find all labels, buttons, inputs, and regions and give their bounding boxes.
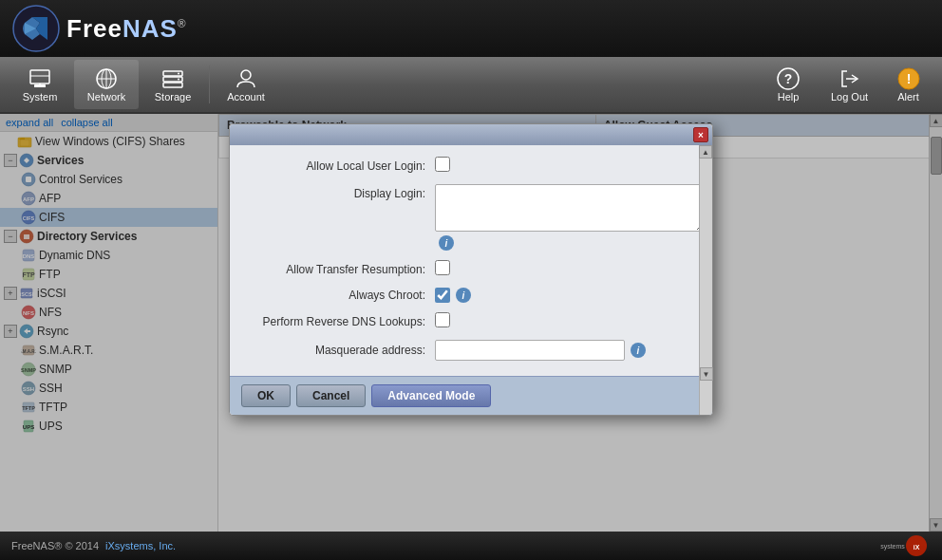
dialog: × ▲ Allow Local User Login: Display Logi… [229,123,713,416]
freenas-logo-icon [11,4,61,53]
control-reverse-dns [435,312,450,330]
footer-copyright: FreeNAS® © 2014 iXsystems, Inc. [11,540,176,551]
nav-item-help[interactable]: ? Help [760,60,817,109]
label-reverse-dns: Perform Reverse DNS Lookups: [245,315,435,328]
network-icon [94,66,119,91]
footer-ixsystems-logo: iX systems [864,534,931,557]
svg-point-12 [178,73,179,75]
checkbox-chroot[interactable] [435,288,450,303]
nav-separator-1 [209,65,210,103]
nav-storage-label: Storage [155,91,192,103]
control-masquerade: i [435,340,646,361]
alert-icon: ! [896,66,921,91]
navbar: System Network Storage Account [0,57,942,114]
dialog-close-button[interactable]: × [693,127,708,142]
form-row-transfer: Allow Transfer Resumption: [245,260,693,278]
cancel-button[interactable]: Cancel [296,384,366,407]
display-login-info-icon[interactable]: i [439,235,454,251]
display-login-info-row: i [245,235,693,251]
checkbox-reverse-dns[interactable] [435,312,450,327]
logo: FreeNAS® [11,4,187,53]
form-row-allow-local: Allow Local User Login: [245,157,693,175]
form-row-chroot: Always Chroot: i [245,288,693,303]
svg-point-13 [178,79,179,81]
svg-text:systems: systems [880,543,905,551]
storage-icon [160,66,185,91]
label-display-login: Display Login: [245,184,435,200]
help-icon: ? [776,66,801,91]
nav-item-system[interactable]: System [8,60,72,109]
label-chroot: Always Chroot: [245,289,435,302]
form-row-reverse-dns: Perform Reverse DNS Lookups: [245,312,693,330]
app-header: FreeNAS® [0,0,942,57]
dialog-titlebar: × [230,124,712,145]
chroot-info-icon[interactable]: i [456,288,471,303]
svg-text:iX: iX [914,544,920,551]
logout-icon [838,66,862,91]
system-icon [28,66,52,91]
advanced-mode-button[interactable]: Advanced Mode [371,384,491,407]
nav-item-logout[interactable]: Log Out [819,60,880,109]
nav-help-label: Help [778,91,800,103]
footer: FreeNAS® © 2014 iXsystems, Inc. iX syste… [0,532,942,560]
nav-logout-label: Log Out [831,91,868,103]
svg-rect-11 [163,83,182,87]
dialog-footer: OK Cancel Advanced Mode [230,376,712,415]
nav-item-account[interactable]: Account [214,60,278,109]
footer-copyright-text: FreeNAS® © 2014 [11,540,99,551]
dialog-scrollbar: ▼ [699,145,712,415]
nav-system-label: System [23,91,58,103]
dialog-overlay: × ▲ Allow Local User Login: Display Logi… [0,114,942,532]
svg-rect-3 [34,84,46,87]
checkbox-transfer[interactable] [435,260,450,275]
svg-text:!: ! [906,71,911,86]
account-icon [234,66,258,91]
form-row-display-login: Display Login: [245,184,693,232]
control-display-login [435,184,706,232]
ok-button[interactable]: OK [241,384,291,407]
svg-point-14 [241,70,251,80]
input-masquerade[interactable] [435,340,625,361]
dialog-scroll-down-btn[interactable]: ▼ [700,367,713,381]
nav-item-alert[interactable]: ! Alert [882,60,934,109]
logo-text: FreeNAS® [66,14,187,44]
textarea-display-login[interactable] [435,184,706,232]
dialog-scroll-up-btn[interactable]: ▲ [699,145,712,159]
checkbox-allow-local[interactable] [435,157,450,172]
nav-item-network[interactable]: Network [74,60,139,109]
control-chroot: i [435,288,471,303]
footer-company-link[interactable]: iXsystems, Inc. [105,540,176,551]
label-transfer: Allow Transfer Resumption: [245,263,435,276]
masquerade-info-icon[interactable]: i [631,343,646,358]
dialog-body: Allow Local User Login: Display Login: i… [230,145,712,376]
nav-alert-label: Alert [897,91,919,103]
svg-text:?: ? [784,71,793,86]
nav-network-label: Network [87,91,125,103]
nav-item-storage[interactable]: Storage [141,60,205,109]
control-allow-local [435,157,450,175]
svg-rect-1 [30,70,49,84]
control-transfer [435,260,450,278]
label-masquerade: Masquerade address: [245,344,435,357]
label-allow-local: Allow Local User Login: [245,159,435,173]
form-row-masquerade: Masquerade address: i [245,340,693,361]
nav-account-label: Account [227,91,265,103]
